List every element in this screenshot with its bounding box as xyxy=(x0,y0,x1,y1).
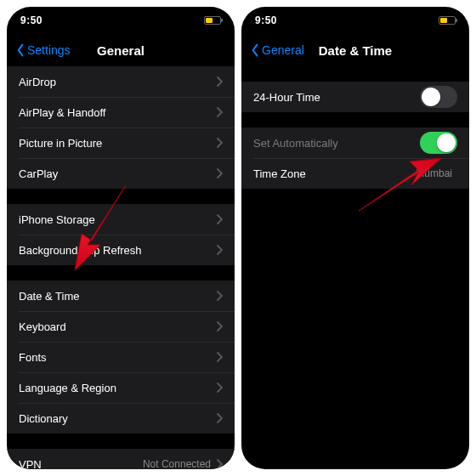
row-fonts[interactable]: Fonts xyxy=(7,342,235,372)
group-24hour: 24-Hour Time xyxy=(241,82,469,112)
toggle-24-hour[interactable] xyxy=(420,86,457,108)
chevron-right-icon xyxy=(216,382,223,393)
chevron-left-icon xyxy=(250,43,260,57)
status-right xyxy=(204,16,221,25)
chevron-left-icon xyxy=(15,43,26,57)
chevron-right-icon xyxy=(216,214,223,224)
back-label: General xyxy=(262,43,304,57)
row-carplay[interactable]: CarPlay xyxy=(7,158,235,189)
row-time-zone[interactable]: Time Zone Mumbai xyxy=(241,158,469,189)
back-button-settings[interactable]: Settings xyxy=(15,43,71,57)
chevron-right-icon xyxy=(216,413,223,423)
chevron-right-icon xyxy=(216,107,223,117)
battery-icon xyxy=(439,16,456,25)
status-time: 9:50 xyxy=(20,14,42,26)
status-bar: 9:50 xyxy=(241,7,469,34)
group-1: AirDrop AirPlay & Handoff Picture in Pic… xyxy=(7,66,235,189)
row-24-hour-time[interactable]: 24-Hour Time xyxy=(241,82,469,112)
chevron-right-icon xyxy=(216,245,223,255)
group-auto: Set Automatically Time Zone Mumbai xyxy=(241,128,469,189)
row-airplay-handoff[interactable]: AirPlay & Handoff xyxy=(7,97,235,128)
group-2: iPhone Storage Background App Refresh xyxy=(7,204,235,265)
chevron-right-icon xyxy=(216,138,223,148)
chevron-right-icon xyxy=(216,168,223,178)
status-time: 9:50 xyxy=(255,14,277,26)
general-body: AirDrop AirPlay & Handoff Picture in Pic… xyxy=(7,66,235,469)
back-label: Settings xyxy=(27,43,71,57)
row-keyboard[interactable]: Keyboard xyxy=(7,311,235,342)
row-set-automatically[interactable]: Set Automatically xyxy=(241,128,469,158)
phone-date-time: 9:50 General Date & Time 24-Hour Time Se… xyxy=(241,7,469,469)
chevron-right-icon xyxy=(216,291,223,301)
phone-general: 9:50 Settings General AirDrop AirPlay & … xyxy=(7,7,235,469)
row-airdrop[interactable]: AirDrop xyxy=(7,66,235,97)
chevron-right-icon xyxy=(216,321,223,332)
row-vpn[interactable]: VPNNot Connected xyxy=(7,449,235,469)
chevron-right-icon xyxy=(216,76,223,87)
page-title: Date & Time xyxy=(319,43,392,58)
vpn-value: Not Connected xyxy=(143,458,211,469)
row-dictionary[interactable]: Dictionary xyxy=(7,403,235,434)
page-title: General xyxy=(97,43,144,58)
navbar: General Date & Time xyxy=(241,34,469,66)
datetime-body: 24-Hour Time Set Automatically Time Zone… xyxy=(241,66,469,469)
battery-icon xyxy=(204,16,221,25)
navbar: Settings General xyxy=(7,34,235,66)
status-right xyxy=(439,16,456,25)
time-zone-value: Mumbai xyxy=(416,167,452,179)
row-iphone-storage[interactable]: iPhone Storage xyxy=(7,204,235,235)
row-picture-in-picture[interactable]: Picture in Picture xyxy=(7,128,235,158)
row-background-app-refresh[interactable]: Background App Refresh xyxy=(7,235,235,265)
row-language-region[interactable]: Language & Region xyxy=(7,372,235,403)
chevron-right-icon xyxy=(216,459,223,469)
group-4: VPNNot Connected ProfileiOS 14 & iPadOS … xyxy=(7,449,235,469)
row-date-time[interactable]: Date & Time xyxy=(7,280,235,311)
chevron-right-icon xyxy=(216,352,223,362)
back-button-general[interactable]: General xyxy=(250,43,304,57)
group-3: Date & Time Keyboard Fonts Language & Re… xyxy=(7,280,235,434)
status-bar: 9:50 xyxy=(7,7,235,34)
toggle-set-automatically[interactable] xyxy=(420,132,457,154)
